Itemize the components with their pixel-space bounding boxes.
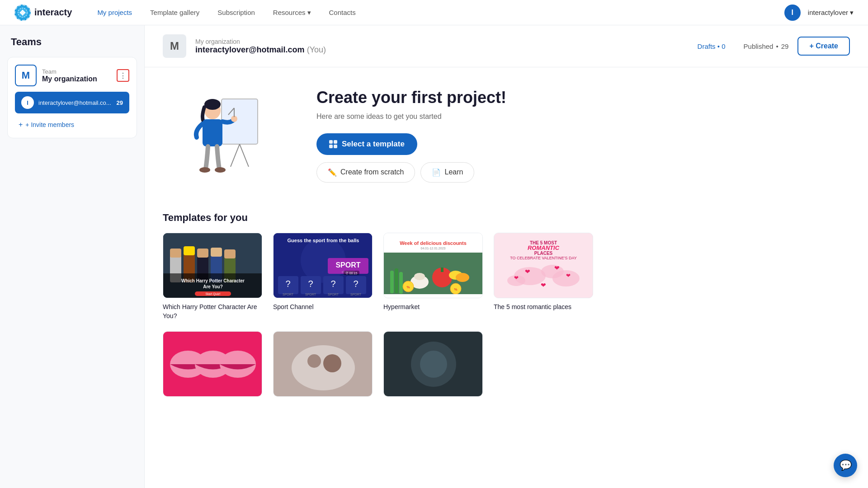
svg-text:%: % <box>406 285 410 289</box>
templates-row2 <box>163 331 850 401</box>
svg-point-94 <box>420 351 447 378</box>
svg-text:PLACES: PLACES <box>534 251 553 256</box>
user-name-dropdown[interactable]: interactylover ▾ <box>808 9 854 17</box>
org-email: interactylover@hotmail.com (You) <box>195 45 689 55</box>
template-thumb-7 <box>383 331 483 397</box>
svg-text:Week of delicious discounts: Week of delicious discounts <box>400 240 467 246</box>
svg-text:TO CELEBRATE VALENTINE'S DAY: TO CELEBRATE VALENTINE'S DAY <box>510 256 577 260</box>
svg-text:SPORT: SPORT <box>350 293 362 296</box>
svg-rect-63 <box>390 271 394 293</box>
template-name-sport: Sport Channel <box>273 303 373 312</box>
content-area: M My organization interactylover@hotmail… <box>145 25 868 488</box>
nav-subscription[interactable]: Subscription <box>210 5 262 20</box>
svg-line-8 <box>240 144 249 167</box>
svg-point-10 <box>204 99 221 110</box>
templates-grid: Which Harry Potter Character Are You? St… <box>163 233 850 320</box>
org-info: My organization interactylover@hotmail.c… <box>195 38 689 55</box>
template-thumb-romantic: THE 5 MOST ROMANTIC PLACES TO CELEBRATE … <box>494 233 593 298</box>
create-from-scratch-button[interactable]: ✏️ Create from scratch <box>316 162 415 183</box>
svg-text:Start Quiz!: Start Quiz! <box>205 292 220 296</box>
svg-point-2 <box>22 9 24 11</box>
hero-text: Create your first project! Here are some… <box>316 88 832 183</box>
org-drafts: Drafts • 0 <box>698 42 726 50</box>
svg-point-1 <box>20 10 25 15</box>
template-card-harry[interactable]: Which Harry Potter Character Are You? St… <box>163 233 262 320</box>
templates-section-title: Templates for you <box>163 212 850 224</box>
select-template-button[interactable]: Select a template <box>316 133 417 155</box>
member-email: interactylover@hotmail.co... <box>38 99 112 106</box>
invite-members-button[interactable]: + + Invite members <box>15 119 129 131</box>
template-card-7[interactable] <box>383 331 483 401</box>
svg-line-7 <box>231 144 240 167</box>
template-thumb-5 <box>163 331 262 397</box>
svg-text:❤: ❤ <box>554 264 560 272</box>
template-name-hypermarket: Hypermarket <box>383 303 483 312</box>
hero-actions: Select a template ✏️ Create from scratch… <box>316 133 832 183</box>
template-thumb-sport: SPORT channel ? ? ? ? <box>273 233 373 298</box>
svg-text:%: % <box>454 287 457 291</box>
pencil-icon: ✏️ <box>328 168 337 177</box>
svg-text:❤: ❤ <box>566 272 571 279</box>
hero-subtitle: Here are some ideas to get you started <box>316 113 832 121</box>
nav-resources[interactable]: Resources ▾ <box>266 5 318 20</box>
learn-button[interactable]: 📄 Learn <box>420 162 474 183</box>
org-stats: Drafts • 0 Published • 29 <box>698 42 789 50</box>
template-card-hypermarket[interactable]: Week of delicious discounts 04.01-12.01.… <box>383 233 483 320</box>
svg-rect-65 <box>399 272 403 294</box>
svg-text:SPORT: SPORT <box>328 293 339 296</box>
secondary-buttons-row: ✏️ Create from scratch 📄 Learn <box>316 162 474 183</box>
template-card-6[interactable] <box>273 331 373 401</box>
sidebar-title: Teams <box>7 36 137 48</box>
member-row[interactable]: I interactylover@hotmail.co... 29 <box>15 92 129 113</box>
svg-text:SPORT: SPORT <box>335 261 360 269</box>
svg-point-5 <box>24 12 26 13</box>
template-card-5[interactable] <box>163 331 262 401</box>
svg-point-4 <box>20 12 21 13</box>
template-name-romantic: The 5 most romantic places <box>494 303 593 312</box>
svg-text:❤: ❤ <box>514 275 519 281</box>
templates-section: Templates for you <box>145 203 868 419</box>
logo[interactable]: interacty <box>14 5 72 21</box>
drafts-link[interactable]: Drafts • 0 <box>698 42 726 50</box>
team-avatar: M <box>15 65 37 86</box>
nav-links: My projects Template gallery Subscriptio… <box>90 5 784 20</box>
svg-text:?: ? <box>285 279 290 289</box>
svg-point-60 <box>414 273 425 280</box>
svg-rect-27 <box>224 249 236 258</box>
navbar: interacty My projects Template gallery S… <box>0 0 868 25</box>
org-header: M My organization interactylover@hotmail… <box>145 25 868 67</box>
plus-icon: + <box>19 121 23 129</box>
team-name: My organization <box>42 75 97 83</box>
hero-section: Create your first project! Here are some… <box>145 67 868 203</box>
template-card-romantic[interactable]: THE 5 MOST ROMANTIC PLACES TO CELEBRATE … <box>494 233 593 320</box>
org-name: My organization <box>195 38 689 45</box>
chat-bubble-button[interactable]: 💬 <box>834 454 857 477</box>
svg-point-13 <box>199 167 210 173</box>
svg-point-91 <box>323 354 341 372</box>
hero-svg <box>181 85 271 185</box>
nav-my-projects[interactable]: My projects <box>90 5 139 20</box>
svg-point-90 <box>307 354 321 368</box>
svg-text:Which Harry Potter Character: Which Harry Potter Character <box>181 278 245 283</box>
template-name-harry: Which Harry Potter Character Are You? <box>163 303 262 320</box>
user-avatar-nav: I <box>784 5 801 21</box>
svg-text:Are You?: Are You? <box>203 284 223 289</box>
svg-text:❤: ❤ <box>525 268 530 275</box>
svg-text:Guess the sport from the balls: Guess the sport from the balls <box>288 238 359 243</box>
svg-rect-21 <box>184 246 195 255</box>
template-card-sport[interactable]: SPORT channel ? ? ? ? <box>273 233 373 320</box>
nav-template-gallery[interactable]: Template gallery <box>143 5 207 20</box>
template-thumb-6 <box>273 331 373 397</box>
sidebar: Teams M Team My organization ⋮ I interac… <box>0 25 145 488</box>
team-card: M Team My organization ⋮ I interactylove… <box>7 57 137 138</box>
create-button[interactable]: + Create <box>797 37 850 56</box>
book-icon: 📄 <box>432 168 441 177</box>
template-thumb-hypermarket: Week of delicious discounts 04.01-12.01.… <box>383 233 483 298</box>
nav-right: I interactylover ▾ <box>784 5 854 21</box>
svg-point-0 <box>18 8 27 17</box>
chevron-down-icon: ▾ <box>307 9 311 17</box>
team-menu-button[interactable]: ⋮ <box>117 69 129 82</box>
logo-icon <box>14 5 31 21</box>
nav-contacts[interactable]: Contacts <box>322 5 363 20</box>
svg-text:?: ? <box>353 279 358 289</box>
